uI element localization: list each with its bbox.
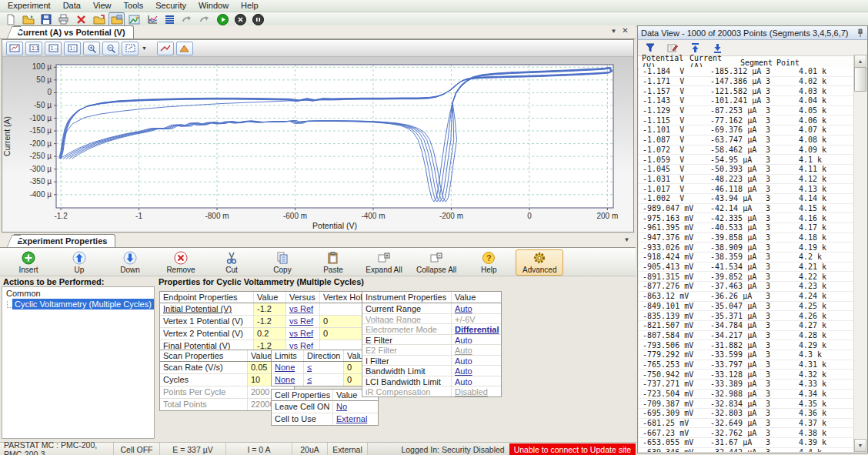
table-row[interactable]: -1.017 V-46.118 µA34.13 k (639, 184, 854, 194)
table-row[interactable]: -961.395 mV-40.533 µA34.17 k (639, 223, 854, 233)
export-folder-icon[interactable] (91, 12, 107, 27)
table-row[interactable]: -750.942 mV-33.128 µA34.32 k (639, 370, 854, 380)
stop-icon[interactable] (232, 12, 249, 27)
tree-item-cyclic-voltammetry[interactable]: Cyclic Voltammetry (Multiple Cycles) (12, 299, 154, 309)
table-row[interactable]: -1.031 V-48.223 µA34.12 k (639, 175, 854, 185)
tree-item-common[interactable]: Common (5, 289, 154, 298)
table-row[interactable]: -1.157 V-121.582 µA34.03 k (639, 86, 854, 96)
scrollbar-thumb[interactable] (854, 67, 866, 92)
advanced-button[interactable]: Advanced (516, 249, 563, 276)
chart-tab-close-icon[interactable]: ✕ (620, 27, 630, 35)
tab-experiment-properties[interactable]: Experiment Properties (14, 234, 115, 247)
table-row[interactable]: -1.129 V-87.253 µA34.05 k (639, 106, 854, 116)
table-row[interactable]: -918.424 mV-38.359 µA34.2 k (639, 253, 854, 263)
property-value-link[interactable]: Differential (452, 324, 501, 334)
versus-link[interactable]: vs Ref (286, 328, 320, 340)
tab-current-vs-potential[interactable]: Current (A) vs Potential (V) (14, 25, 134, 38)
property-value-link[interactable]: Auto (452, 356, 501, 366)
property-name[interactable]: Initial Potential (V) (160, 303, 254, 315)
table-row[interactable]: -807.584 mV-34.217 µA34.28 k (639, 331, 854, 341)
table-row[interactable]: -779.292 mV-33.599 µA34.3 k (639, 350, 854, 360)
property-value-link[interactable]: Auto (452, 376, 501, 386)
limit-direction[interactable]: ≤ (304, 374, 344, 386)
scroll-bottom-icon[interactable] (709, 41, 726, 55)
pin-icon[interactable] (856, 28, 864, 38)
scale-default-icon[interactable]: 1:1 (25, 42, 42, 55)
graph-image-icon[interactable] (126, 12, 142, 27)
limit-link[interactable]: None (272, 374, 304, 386)
filter-icon[interactable] (642, 41, 659, 55)
table-row[interactable]: -681.25 mV-32.649 µA34.37 k (639, 419, 854, 429)
table-row[interactable]: -1.143 V-101.241 µA34.04 k (639, 96, 854, 106)
redo-gray2-icon[interactable] (197, 12, 213, 27)
properties-folder-icon[interactable] (108, 12, 125, 27)
table-row[interactable]: -793.506 mV-31.882 µA34.29 k (639, 340, 854, 350)
property-value-link[interactable]: External (333, 413, 378, 425)
data-list-icon[interactable] (162, 12, 178, 27)
peak-analysis-icon[interactable] (176, 42, 193, 55)
collapse-all-button[interactable]: Collapse All (411, 249, 462, 276)
table-row[interactable]: -1.171 V-147.386 µA34.02 k (639, 77, 854, 87)
chart-tab-dropdown-icon[interactable]: ▼ (609, 28, 619, 35)
table-row[interactable]: -653.055 mV-31.67 µA34.39 k (639, 438, 854, 448)
property-value[interactable]: -1.2 (254, 303, 286, 315)
down-button[interactable]: Down (106, 249, 154, 276)
table-row[interactable]: -849.101 mV-35.047 µA34.25 k (639, 302, 854, 312)
table-row[interactable]: -947.376 mV-39.858 µA34.18 k (639, 233, 854, 243)
table-row[interactable]: -709.387 mV-32.834 µA34.35 k (639, 399, 854, 409)
cv-chart[interactable]: -1.2-1-800 m-600 m-400 m-200 m0200 m100 … (2, 57, 633, 233)
table-row[interactable]: -723.504 mV-32.988 µA34.34 k (639, 390, 854, 400)
pan-region-icon[interactable] (122, 42, 139, 55)
help-button[interactable]: ?Help (465, 249, 512, 276)
table-row[interactable]: -975.163 mV-42.335 µA34.16 k (639, 213, 854, 223)
menu-data[interactable]: Data (57, 0, 87, 12)
pause-icon[interactable] (250, 12, 266, 27)
col-point[interactable]: Point (776, 59, 823, 67)
table-row[interactable]: -905.413 mV-41.534 µA34.21 k (639, 263, 854, 273)
versus-link[interactable]: vs Ref (286, 316, 320, 327)
property-value-link[interactable]: Disabled (452, 386, 501, 396)
property-value[interactable]: 0.2 (254, 328, 286, 340)
col-segment[interactable]: Segment (740, 59, 776, 67)
open-icon[interactable] (20, 12, 36, 27)
table-row[interactable]: -1.115 V-77.162 µA34.06 k (639, 115, 854, 125)
table-row[interactable]: -933.026 mV-38.909 µA34.19 k (639, 243, 854, 253)
run-icon[interactable] (215, 12, 231, 27)
paste-button[interactable]: Paste (309, 249, 357, 276)
table-row[interactable]: -835.139 mV-35.371 µA34.26 k (639, 311, 854, 321)
table-row[interactable]: -891.315 mV-39.852 µA34.22 k (639, 272, 854, 282)
save-icon[interactable] (38, 12, 54, 27)
table-row[interactable]: -1.045 V-50.393 µA34.11 k (639, 165, 854, 175)
limit-link[interactable]: None (272, 362, 304, 373)
table-row[interactable]: -1.059 V-54.95 µA34.1 k (639, 155, 854, 165)
trace-style-icon[interactable] (157, 42, 174, 55)
table-row[interactable]: -863.12 mV-36.26 µA34.24 k (639, 292, 854, 302)
zoom-out-icon[interactable] (102, 42, 119, 55)
table-row[interactable]: -695.309 mV-32.803 µA34.36 k (639, 409, 854, 419)
menu-tools[interactable]: Tools (118, 0, 150, 12)
expand-all-button[interactable]: Expand All (360, 249, 408, 276)
table-row[interactable]: -877.276 mV-37.463 µA34.23 k (639, 282, 854, 292)
menu-security[interactable]: Security (149, 0, 192, 12)
property-value-link[interactable]: Auto (452, 335, 501, 345)
scrollbar-up-icon[interactable]: ▲ (854, 55, 866, 68)
vertex-hold-value[interactable]: 0 (320, 328, 363, 340)
graph-properties-icon[interactable] (6, 42, 23, 55)
menu-experiment[interactable]: Experiment (2, 0, 57, 12)
table-row[interactable]: -1.087 V-63.747 µA34.08 k (639, 135, 854, 146)
table-row[interactable]: -765.253 mV-33.797 µA34.31 k (639, 360, 854, 370)
copy-button[interactable]: Copy (259, 249, 306, 276)
limit-direction[interactable]: ≤ (304, 362, 344, 373)
new-experiment-icon[interactable] (2, 12, 18, 27)
insert-button[interactable]: Insert (5, 249, 52, 276)
vertex-hold-value[interactable]: 0 (320, 316, 363, 327)
pan-dropdown-icon[interactable]: ▼ (142, 45, 147, 51)
property-value[interactable]: -1.2 (254, 316, 286, 327)
table-row[interactable]: -1.002 V-43.94 µA34.14 k (639, 194, 854, 204)
table-row[interactable]: -989.047 mV-42.14 µA34.15 k (639, 204, 854, 214)
graph-axes-icon[interactable] (144, 12, 160, 27)
table-row[interactable]: -737.271 mV-33.389 µA34.33 k (639, 380, 854, 390)
menu-window[interactable]: Window (192, 0, 235, 12)
redo-gray-icon[interactable] (179, 12, 195, 27)
property-value-link[interactable]: No (333, 401, 378, 413)
